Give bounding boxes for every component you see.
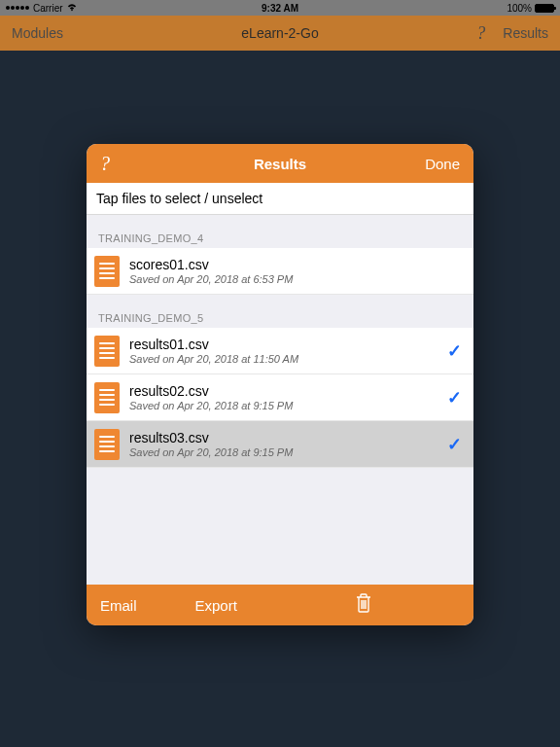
export-button[interactable]: Export <box>195 597 237 614</box>
file-info: results02.csv Saved on Apr 20, 2018 at 9… <box>129 383 447 411</box>
section-header: TRAINING_DEMO_4 <box>87 215 473 248</box>
document-icon <box>94 382 120 413</box>
file-meta: Saved on Apr 20, 2018 at 9:15 PM <box>129 446 447 458</box>
done-button[interactable]: Done <box>425 156 460 172</box>
modal-title: Results <box>254 156 306 172</box>
modal-overlay: ? Results Done Tap files to select / uns… <box>0 0 560 747</box>
modal-help-icon[interactable]: ? <box>100 153 110 175</box>
file-name: results01.csv <box>129 337 447 352</box>
file-name: results02.csv <box>129 383 447 399</box>
file-name: scores01.csv <box>129 257 462 272</box>
checkmark-icon: ✓ <box>447 340 462 362</box>
email-button[interactable]: Email <box>100 597 137 614</box>
trash-icon[interactable] <box>354 592 373 618</box>
file-name: results03.csv <box>129 430 447 445</box>
file-meta: Saved on Apr 20, 2018 at 9:15 PM <box>129 400 447 411</box>
file-row[interactable]: results01.csv Saved on Apr 20, 2018 at 1… <box>87 328 473 374</box>
modal-header: ? Results Done <box>87 144 473 183</box>
checkmark-icon: ✓ <box>447 387 462 409</box>
checkmark-icon: ✓ <box>447 434 462 455</box>
file-list[interactable]: TRAINING_DEMO_4 scores01.csv Saved on Ap… <box>87 215 473 585</box>
file-meta: Saved on Apr 20, 2018 at 11:50 AM <box>129 353 447 365</box>
document-icon <box>94 336 120 367</box>
results-modal: ? Results Done Tap files to select / uns… <box>87 144 473 625</box>
file-info: results01.csv Saved on Apr 20, 2018 at 1… <box>129 337 447 365</box>
document-icon <box>94 429 120 460</box>
section-header: TRAINING_DEMO_5 <box>87 295 473 328</box>
document-icon <box>94 256 120 287</box>
file-info: scores01.csv Saved on Apr 20, 2018 at 6:… <box>129 257 462 285</box>
file-info: results03.csv Saved on Apr 20, 2018 at 9… <box>129 430 447 458</box>
modal-toolbar: Email Export <box>87 585 473 625</box>
file-row[interactable]: results02.csv Saved on Apr 20, 2018 at 9… <box>87 374 473 421</box>
file-row[interactable]: results03.csv Saved on Apr 20, 2018 at 9… <box>87 421 473 468</box>
file-row[interactable]: scores01.csv Saved on Apr 20, 2018 at 6:… <box>87 248 473 295</box>
instruction-text: Tap files to select / unselect <box>87 183 473 215</box>
file-meta: Saved on Apr 20, 2018 at 6:53 PM <box>129 273 462 285</box>
